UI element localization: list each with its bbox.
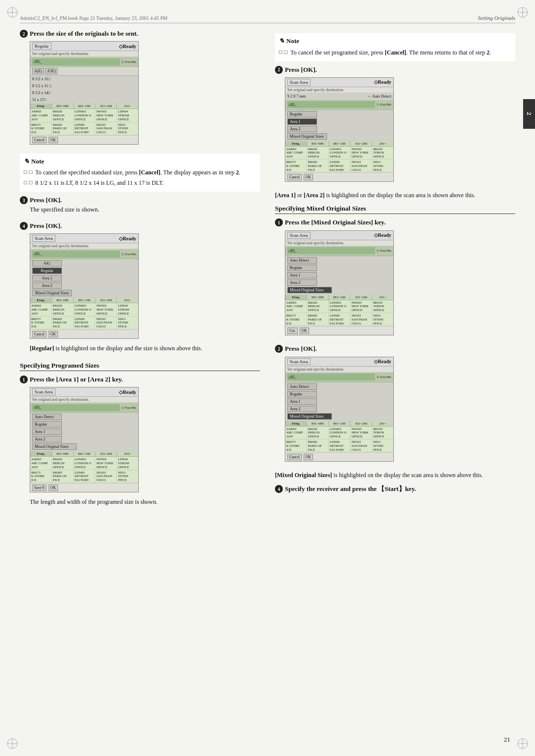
- mixed-row2: BK073K STOREICE BK065PARIS OFFICE LDN09D…: [285, 313, 393, 326]
- mixed-step-1: 1 Press the [Mixed Original Sizes] key. …: [275, 218, 515, 340]
- mixed-side-btns: Auto Detect Regular Area 1 Area 2 Mixed …: [285, 256, 393, 295]
- prog-btn-area2[interactable]: Area 2: [32, 436, 62, 442]
- mixed-mixed[interactable]: Mixed Original Sizes: [287, 287, 332, 293]
- right-step-2: 2 Press [OK]. Scan Area ◇Ready Set origi…: [275, 65, 515, 187]
- mixed2-ok[interactable]: OK: [304, 454, 313, 460]
- step3-title: Press [OK].: [30, 196, 260, 205]
- mixed-regular[interactable]: Regular: [287, 265, 317, 271]
- mixed2-area2[interactable]: Area 2: [287, 406, 317, 412]
- mixed2-cancel[interactable]: Cancel: [287, 454, 302, 460]
- freq-241: 241~: [117, 104, 138, 108]
- btn-area2[interactable]: Area 2: [32, 282, 62, 289]
- freq-001-080: 001~080: [52, 104, 74, 108]
- size-row2: 8 1/2 x 11 □: [30, 83, 138, 90]
- step-3: 3 Press [OK]. The specified size is show…: [20, 196, 260, 217]
- mixed-label: Scan Area: [287, 232, 311, 239]
- mixed-step-2: 2 Press [OK]. Scan Area ◇Ready Set origi…: [275, 344, 515, 467]
- cancel-btn[interactable]: Cancel: [32, 137, 47, 143]
- right2-area2[interactable]: Area 2: [287, 126, 317, 132]
- mixed-header: Scan Area ◇Ready: [285, 231, 393, 240]
- mixed2-label: Scan Area: [287, 358, 311, 365]
- mixed-highlight-caption: [Mixed Original Sizes] is highlighted on…: [275, 471, 515, 480]
- mixed-ok[interactable]: OK: [300, 327, 309, 334]
- right2-freq: Freq. 001~080 081~160 161~240 241~: [285, 141, 393, 147]
- panel2-freq-row: Freq. 001~080 081~160 161~240 241~: [30, 298, 138, 303]
- right2-ok[interactable]: OK: [304, 174, 313, 180]
- btn-a3[interactable]: A3E): [45, 68, 57, 74]
- left-column: 2 Press the size of the originals to be …: [20, 29, 260, 515]
- panel2-ok[interactable]: OK: [49, 331, 58, 337]
- right2-ready: ◇Ready: [374, 79, 391, 85]
- mixed-row1: AM003ABC COMPANY BK020BERLINOFFICE LDN00…: [285, 300, 393, 313]
- panel2-data-row-1: AM003ABC COMPANY BK020BERLINOFFICE LDN00…: [30, 303, 138, 316]
- step3-desc: The specified size is shown.: [30, 205, 260, 215]
- prog-btn-area1[interactable]: Area 1: [32, 429, 62, 435]
- prog-panel-header: Scan Area ◇Ready: [30, 387, 138, 397]
- btn-a4[interactable]: A4□: [32, 260, 62, 267]
- prog-cancel-btn[interactable]: Save/S: [32, 485, 47, 491]
- mixed-freq: Freq. 001~080 081~160 161~240 241~: [285, 295, 393, 300]
- right2-mixed[interactable]: Mixed Original Sizes: [287, 133, 327, 140]
- right2-cancel[interactable]: Cancel: [287, 174, 302, 180]
- mixed-area1[interactable]: Area 1: [287, 272, 317, 278]
- mixed-step-num-2: 2: [275, 345, 283, 353]
- mixed2-auto[interactable]: Auto Detect: [287, 383, 317, 390]
- mixed2-area1[interactable]: Area 1: [287, 398, 317, 405]
- btn-auto[interactable]: A(E): [32, 68, 44, 74]
- ui-panel-mixed: Scan Area ◇Ready Set original and specif…: [285, 230, 394, 336]
- prog-btn-auto[interactable]: Auto Detect: [32, 414, 62, 420]
- panel2-header: Scan Area ◇Ready: [30, 234, 138, 243]
- mixed2-row2: BK073K STOREICE BK065PARIS OFFICE LDN09D…: [285, 439, 393, 452]
- mixed-cancel[interactable]: Cxt.: [287, 327, 298, 334]
- mixed-auto[interactable]: Auto Detect: [287, 257, 317, 264]
- panel2-cancel[interactable]: Cancel: [32, 331, 47, 337]
- prog-panel-ready: ◇Ready: [119, 389, 136, 395]
- mixed2-display: ⌂83_ ▷ Fax/Mx: [285, 373, 393, 382]
- prog-btns-bottom: Save/S OK: [30, 483, 138, 492]
- ui-display: ⌂83_ ▷ Fax/Mx: [30, 57, 138, 67]
- prog-btn-mixed[interactable]: Mixed Original Sizes: [32, 443, 77, 450]
- corner-mark-br: [515, 736, 530, 751]
- mixed2-mixed[interactable]: Mixed Original Sizes: [287, 413, 332, 420]
- btn-area1[interactable]: Area 1: [32, 275, 62, 281]
- right2-label: Scan Area: [287, 79, 311, 86]
- right2-row1: AM003ABC COMPANY BK020BERLINOFFICE LDN00…: [285, 147, 393, 160]
- right2-auto[interactable]: Regular: [287, 111, 317, 117]
- freq-row: Freq. 001~080 081~160 161~240 241~: [30, 104, 138, 109]
- ui-panel-sizes: Regular ◇Ready Set original and specify …: [30, 41, 139, 145]
- ok-btn[interactable]: OK: [49, 137, 58, 143]
- right2-area1[interactable]: Area 1: [287, 118, 317, 125]
- section-programed: Specifying Programed Sizes: [20, 362, 260, 371]
- btn-regular-sel[interactable]: Regular: [32, 268, 62, 274]
- prog-ok-btn[interactable]: OK: [49, 485, 58, 491]
- btn-mixed[interactable]: Mixed Original Sizes: [32, 290, 72, 296]
- page-number: 21: [504, 736, 510, 744]
- mixed-step2-title: Press [OK].: [285, 344, 515, 353]
- mixed2-regular[interactable]: Regular: [287, 391, 317, 397]
- step-2-size: 2 Press the size of the originals to be …: [20, 29, 260, 150]
- paper-size-buttons: A(E) A3E): [30, 67, 138, 76]
- mixed2-ready: ◇Ready: [374, 359, 391, 364]
- panel2-ready: ◇Ready: [119, 236, 136, 241]
- note-title-right: ✎ Note: [279, 36, 511, 46]
- prog-freq: Freq. 001~080 081~160 161~240 241~: [30, 451, 138, 457]
- mixed-area2[interactable]: Area 2: [287, 279, 317, 286]
- panel2-label: Scan Area: [32, 235, 55, 242]
- ui-panel-mixed2: Scan Area ◇Ready Set original and specif…: [285, 357, 394, 462]
- header-section: Setting Originals: [478, 15, 515, 21]
- right-step2-title: Press [OK].: [285, 65, 515, 74]
- page-header: AdonisC2_EN_b-f_FM.book Page 21 Tuesday,…: [20, 15, 515, 23]
- section-mixed: Specifying Mixed Original Sizes: [275, 205, 515, 214]
- prog-panel-scan-label: Scan Area: [32, 388, 55, 395]
- note-title-1: ✎ Note: [24, 157, 256, 166]
- mixed-display: ⌂83_ ▷ Fax/Mx: [285, 246, 393, 256]
- step-num-3: 3: [20, 196, 28, 204]
- right2-row2: BK073K STOREICE BK065PARIS OFFICE LDN09D…: [285, 160, 393, 172]
- right2-top-bar: S 2 0 7 mm ← Auto Detect: [285, 93, 393, 100]
- prog-btn-regular[interactable]: Regular: [32, 421, 62, 428]
- panel-bottom-btns: Cancel OK: [30, 135, 138, 144]
- ui-subtitle: Set original and specify destination.: [30, 51, 138, 57]
- step4-title: Press [OK].: [30, 221, 260, 230]
- data-row-1: AM003ABC COMPANY BK020BERLINOFFICE LDN00…: [30, 109, 138, 122]
- right2-btns: Cancel OK: [285, 172, 393, 181]
